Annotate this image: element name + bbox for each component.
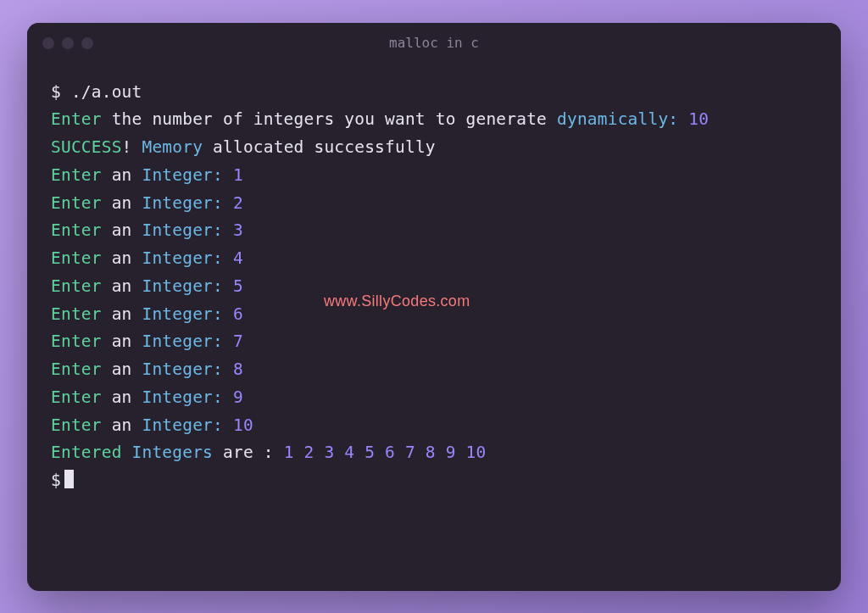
cursor-icon — [64, 470, 74, 488]
title-bar: malloc in c — [27, 23, 841, 64]
minimize-button[interactable] — [62, 37, 74, 49]
maximize-button[interactable] — [81, 37, 93, 49]
inputs-container: Enter an Integer: 1Enter an Integer: 2En… — [51, 162, 817, 440]
command-line: $ ./a.out — [51, 79, 817, 107]
traffic-lights — [42, 37, 93, 49]
prompt-line: Enter the number of integers you want to… — [51, 106, 817, 134]
input-line: Enter an Integer: 5 — [51, 273, 817, 301]
terminal-window: malloc in c $ ./a.out Enter the number o… — [27, 23, 841, 591]
success-line: SUCCESS! Memory allocated successfully — [51, 134, 817, 162]
terminal-body[interactable]: $ ./a.out Enter the number of integers y… — [27, 64, 841, 591]
input-line: Enter an Integer: 7 — [51, 328, 817, 356]
input-line: Enter an Integer: 2 — [51, 190, 817, 218]
input-line: Enter an Integer: 10 — [51, 412, 817, 440]
prompt-end: $ — [51, 467, 817, 495]
input-line: Enter an Integer: 8 — [51, 356, 817, 384]
close-button[interactable] — [42, 37, 54, 49]
input-line: Enter an Integer: 3 — [51, 217, 817, 245]
window-title: malloc in c — [389, 35, 479, 51]
input-line: Enter an Integer: 6 — [51, 301, 817, 329]
input-line: Enter an Integer: 4 — [51, 245, 817, 273]
result-line: Entered Integers are : 1 2 3 4 5 6 7 8 9… — [51, 439, 817, 467]
input-line: Enter an Integer: 1 — [51, 162, 817, 190]
input-line: Enter an Integer: 9 — [51, 384, 817, 412]
